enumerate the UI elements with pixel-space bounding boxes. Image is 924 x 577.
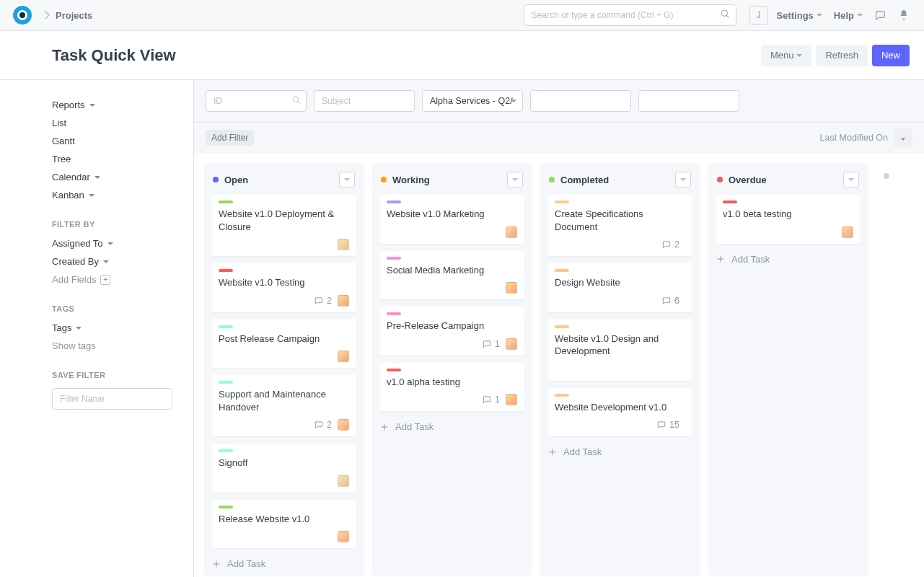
task-card[interactable]: Website v1.0 Design and Development [547,320,692,381]
refresh-button[interactable]: Refresh [816,45,868,66]
tags-filter[interactable]: Tags [52,319,172,337]
column-menu-button[interactable] [507,172,523,188]
filter-by-heading: FILTER BY [52,220,172,229]
sidebar-view-list[interactable]: List [52,114,172,132]
assignee-avatar[interactable] [842,226,853,238]
column-menu-button[interactable] [843,172,859,188]
status-dot [381,177,387,182]
user-avatar[interactable]: J [749,6,768,25]
comment-count[interactable]: 15 [656,420,679,430]
bell-icon[interactable] [898,9,910,21]
project-filter[interactable]: Alpha Services - Q2/ [422,90,523,112]
filter-assigned-to[interactable]: Assigned To [52,234,172,252]
assignee-avatar[interactable] [338,239,349,250]
sidebar-view-kanban[interactable]: Kanban [52,186,172,204]
filter-field[interactable] [638,90,739,112]
sidebar-view-calendar[interactable]: Calendar [52,168,172,186]
settings-menu[interactable]: Settings [777,10,822,21]
sidebar-view-reports[interactable]: Reports [52,96,172,114]
task-card[interactable]: v1.0 alpha testing1 [379,363,524,412]
assignee-avatar[interactable] [506,226,517,238]
assignee-avatar[interactable] [338,419,349,431]
menu-button[interactable]: Menu [761,45,812,66]
column-header: Open [213,172,355,188]
plus-icon [547,447,558,457]
task-card[interactable]: Social Media Marketing [379,251,524,300]
global-search-input[interactable] [524,4,736,26]
task-title: v1.0 beta testing [723,208,853,221]
comment-count[interactable]: 1 [482,339,500,349]
sort-label[interactable]: Last Modified On [820,133,889,143]
task-card[interactable]: Signoff [211,444,356,493]
comment-count[interactable]: 2 [314,420,332,430]
filter-name-input[interactable] [52,388,172,410]
assignee-avatar[interactable] [506,394,517,405]
filter-bar: Alpha Services - Q2/ [194,80,924,123]
task-card[interactable]: Website v1.0 Deployment & Closure [211,195,356,256]
chevron-down-icon [512,178,518,181]
task-card[interactable]: Support and Maintenance Handover2 [211,375,356,436]
filter-field[interactable] [530,90,631,112]
status-dot [213,177,219,182]
column-menu-button[interactable] [339,172,355,188]
comment-count[interactable]: 2 [661,239,679,250]
show-tags[interactable]: Show tags [52,337,172,355]
comment-count[interactable]: 2 [314,296,332,306]
assignee-avatar[interactable] [338,351,349,362]
subject-filter-input[interactable] [314,90,415,112]
plus-icon [716,254,726,264]
assignee-avatar[interactable] [338,475,349,487]
column-menu-button[interactable] [675,172,691,188]
comment-count[interactable]: 6 [661,296,679,306]
card-footer: 2 [219,295,349,307]
add-task-button[interactable]: Add Task [211,558,356,569]
sidebar-view-tree[interactable]: Tree [52,150,172,168]
add-task-button[interactable]: Add Task [379,421,524,432]
page-title: Task Quick View [52,46,176,65]
plus-icon [379,422,390,432]
card-footer [555,364,685,375]
chat-icon[interactable] [874,9,886,22]
column-title: Open [224,175,339,185]
card-footer: 1 [387,394,517,405]
assignee-avatar[interactable] [506,282,517,294]
task-card[interactable]: Design Website6 [547,263,692,312]
assignee-avatar[interactable] [338,531,349,542]
task-card[interactable]: Post Release Campaign [211,320,356,369]
comment-count[interactable]: 1 [482,395,500,405]
task-card[interactable]: v1.0 beta testing [716,195,861,244]
kanban-scroll[interactable]: OpenWebsite v1.0 Deployment & ClosureWeb… [194,153,924,577]
task-title: Website v1.0 Deployment & Closure [219,208,349,233]
assignee-avatar[interactable] [506,338,517,350]
add-filter-chip[interactable]: Add Filter [206,130,254,146]
sidebar-view-gantt[interactable]: Gantt [52,132,172,150]
board-area: Alpha Services - Q2/ Add Filter Last Mod… [193,80,924,577]
task-card[interactable]: Website v1.0 Testing2 [211,263,356,312]
id-filter [206,90,307,112]
task-card[interactable]: Release Website v1.0 [211,500,356,549]
chevron-down-icon [796,54,802,57]
card-footer: 2 [219,419,349,431]
task-card[interactable]: Website v1.0 Marketing [379,195,524,244]
help-menu[interactable]: Help [834,10,863,21]
plus-icon [211,559,221,569]
filter-created-by[interactable]: Created By [52,252,172,270]
priority-stripe [555,325,569,328]
assignee-avatar[interactable] [338,295,349,307]
column-header: Working [381,172,523,188]
global-search [524,4,736,26]
kanban-board: OpenWebsite v1.0 Deployment & ClosureWeb… [194,153,924,577]
task-card[interactable]: Create Specifications Document2 [547,195,692,256]
task-card[interactable]: Website Development v1.015 [547,388,692,437]
add-task-button[interactable]: Add Task [547,446,692,457]
add-fields[interactable]: Add Fields+ [52,270,172,288]
breadcrumb-projects[interactable]: Projects [56,10,92,21]
card-footer: 15 [555,419,685,431]
app-logo[interactable] [11,4,34,27]
new-button[interactable]: New [872,45,910,66]
add-task-button[interactable]: Add Task [716,254,861,265]
task-card[interactable]: Pre-Release Campaign1 [379,307,524,356]
card-footer: 6 [555,295,685,307]
task-title: Pre-Release Campaign [387,320,517,332]
sort-direction-button[interactable] [894,128,912,147]
